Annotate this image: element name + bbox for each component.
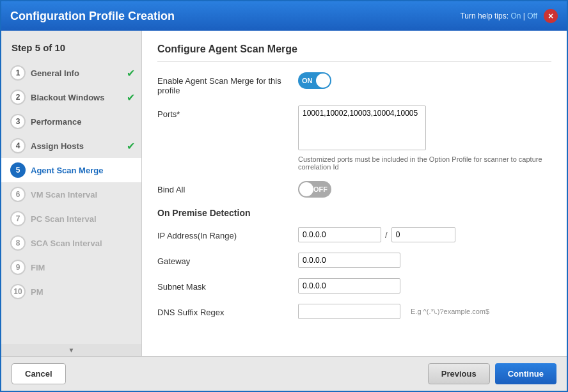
previous-button[interactable]: Previous (428, 363, 490, 384)
check-icon: ✔ (127, 140, 135, 152)
sidebar-scroll-down[interactable]: ▼ (1, 344, 141, 356)
sidebar-item-scascaninterval[interactable]: 8SCA Scan Interval (1, 231, 141, 255)
step-title: Step 5 of 10 (1, 37, 141, 61)
ports-textarea[interactable] (298, 106, 426, 150)
sidebar-items-container: 1General Info✔2Blackout Windows✔3Perform… (1, 61, 141, 304)
ip-input[interactable] (298, 227, 381, 242)
dialog-header: Configuration Profile Creation Turn help… (1, 1, 567, 31)
ip-separator: / (385, 230, 388, 240)
step-number: 8 (10, 235, 26, 251)
ip-row: IP Address(In Range) / (157, 227, 551, 242)
header-right: Turn help tips: On | Off × (460, 9, 558, 23)
subnet-row: Subnet Mask (157, 278, 551, 294)
enable-row: Enable Agent Scan Merge for this profile… (157, 72, 551, 95)
dns-label: DNS Suffix Regex (157, 304, 298, 317)
step-number: 2 (10, 90, 26, 105)
cancel-button[interactable]: Cancel (12, 363, 66, 384)
gateway-label: Gateway (157, 253, 298, 266)
step-number: 1 (10, 65, 26, 81)
enable-toggle-label: ON (302, 77, 313, 84)
ip-range-input[interactable] (391, 227, 455, 242)
sidebar-item-pcscaninterval[interactable]: 7PC Scan Interval (1, 207, 141, 231)
step-label: Blackout Windows (31, 93, 124, 102)
step-label: PC Scan Interval (31, 214, 135, 224)
ports-row: Ports* Customized ports must be included… (157, 106, 551, 171)
step-label: Agent Scan Merge (31, 166, 135, 175)
dns-input[interactable] (298, 304, 400, 319)
ports-control: Customized ports must be included in the… (298, 106, 551, 171)
enable-label: Enable Agent Scan Merge for this profile (157, 72, 298, 95)
step-number: 3 (10, 114, 26, 129)
step-label: FIM (31, 263, 135, 272)
step-label: Assign Hosts (31, 141, 124, 151)
step-label: SCA Scan Interval (31, 239, 135, 248)
step-label: General Info (31, 68, 124, 78)
bind-all-control: OFF (298, 181, 551, 198)
subnet-control (298, 278, 551, 294)
bind-all-toggle-knob (299, 182, 313, 196)
continue-button[interactable]: Continue (495, 363, 556, 384)
subnet-label: Subnet Mask (157, 278, 298, 292)
sidebar-item-assignhosts[interactable]: 4Assign Hosts✔ (1, 134, 141, 158)
gateway-control (298, 253, 551, 268)
sidebar-item-vmscaninterval[interactable]: 6VM Scan Interval (1, 182, 141, 207)
gateway-row: Gateway (157, 253, 551, 268)
close-button[interactable]: × (544, 9, 558, 23)
dialog: Configuration Profile Creation Turn help… (0, 0, 568, 392)
check-icon: ✔ (127, 67, 135, 79)
sidebar-item-fim[interactable]: 9FIM (1, 255, 141, 279)
help-tips-text: Turn help tips: On | Off (460, 12, 537, 20)
bind-all-row: Bind All OFF (157, 181, 551, 198)
step-label: Performance (31, 117, 135, 127)
on-premise-title: On Premise Detection (157, 208, 551, 218)
gateway-input[interactable] (298, 253, 400, 268)
enable-toggle[interactable]: ON (298, 72, 331, 89)
dialog-body: Step 5 of 10 1General Info✔2Blackout Win… (1, 31, 567, 356)
help-tips-off-link[interactable]: Off (527, 12, 537, 20)
bind-all-toggle-label: OFF (313, 185, 327, 193)
sidebar-item-generalinfo[interactable]: 1General Info✔ (1, 61, 141, 85)
bind-all-toggle[interactable]: OFF (298, 181, 331, 198)
subnet-input[interactable] (298, 278, 400, 294)
bind-all-label: Bind All (157, 181, 298, 194)
dns-example: E.g ^(.*\.)?example.com$ (411, 308, 489, 315)
section-title: Configure Agent Scan Merge (157, 43, 551, 62)
ports-label: Ports* (157, 106, 298, 119)
sidebar-item-pm[interactable]: 10PM (1, 279, 141, 304)
sidebar-item-agentscanmerge[interactable]: 5Agent Scan Merge (1, 158, 141, 182)
step-number: 4 (10, 138, 26, 153)
dns-control: E.g ^(.*\.)?example.com$ (298, 304, 551, 319)
dns-row: DNS Suffix Regex E.g ^(.*\.)?example.com… (157, 304, 551, 319)
enable-control: ON (298, 72, 551, 89)
step-number: 5 (10, 162, 26, 178)
step-number: 7 (10, 211, 26, 226)
step-number: 10 (10, 284, 26, 299)
sidebar: Step 5 of 10 1General Info✔2Blackout Win… (1, 31, 142, 356)
ports-hint: Customized ports must be included in the… (298, 155, 551, 171)
dialog-footer: Cancel Previous Continue (1, 356, 567, 391)
footer-right: Previous Continue (428, 363, 556, 384)
step-label: VM Scan Interval (31, 190, 135, 200)
sidebar-scroll: Step 5 of 10 1General Info✔2Blackout Win… (1, 31, 141, 344)
step-number: 9 (10, 260, 26, 275)
dialog-title: Configuration Profile Creation (10, 10, 175, 23)
step-number: 6 (10, 187, 26, 202)
enable-toggle-knob (316, 74, 330, 88)
step-label: PM (31, 287, 135, 297)
sidebar-item-performance[interactable]: 3Performance (1, 109, 141, 134)
main-content: Configure Agent Scan Merge Enable Agent … (142, 31, 567, 356)
help-tips-on-link[interactable]: On (510, 12, 521, 20)
ip-control: / (298, 227, 551, 242)
check-icon: ✔ (127, 91, 135, 104)
ip-label: IP Address(In Range) (157, 227, 298, 240)
sidebar-item-blackoutwindows[interactable]: 2Blackout Windows✔ (1, 85, 141, 109)
